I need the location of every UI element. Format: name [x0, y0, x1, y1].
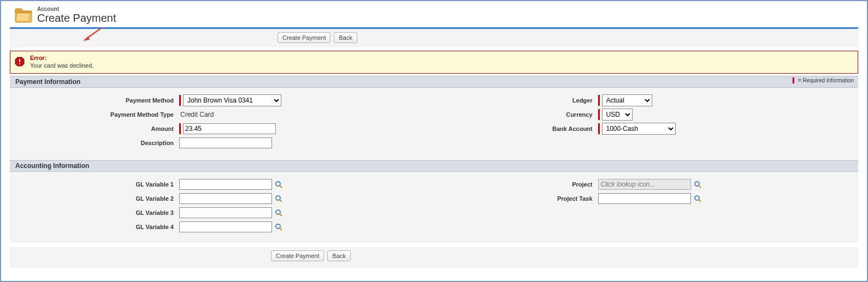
error-title: Error:: [30, 55, 93, 62]
row-ledger: Ledger Actual: [434, 94, 853, 106]
required-bar-icon: [598, 95, 600, 106]
error-text: Error: Your card was declined.: [30, 55, 93, 70]
gl-variable-3-input[interactable]: [179, 207, 272, 218]
label-description: Description: [15, 140, 179, 146]
row-payment-method: Payment Method John Brown Visa 0341: [15, 94, 434, 106]
svg-line-16: [699, 200, 701, 202]
row-gl2: GL Variable 2: [15, 193, 434, 205]
bottom-buttons: Create Payment Back: [271, 250, 351, 261]
section-title: Payment Information: [15, 78, 80, 86]
row-amount: Amount: [15, 123, 434, 135]
annotation-arrow-icon: [80, 27, 104, 44]
back-button[interactable]: Back: [334, 32, 357, 43]
breadcrumb: Account: [37, 6, 116, 12]
svg-point-11: [276, 224, 280, 229]
required-bar-icon: [179, 95, 181, 106]
gl-variable-1-input[interactable]: [179, 179, 272, 190]
error-message: Your card was declined.: [30, 62, 93, 70]
svg-line-10: [280, 214, 282, 216]
bottom-button-bar: Create Payment Back: [10, 247, 858, 268]
payment-method-select[interactable]: John Brown Visa 0341: [183, 94, 281, 106]
payment-method-type-value: Credit Card: [179, 111, 214, 118]
payment-right-col: Ledger Actual Currency USD: [434, 92, 853, 151]
section-header-accounting-info: Accounting Information: [10, 160, 858, 172]
label-gl1: GL Variable 1: [15, 181, 179, 188]
lookup-icon[interactable]: [274, 180, 283, 189]
svg-point-7: [276, 196, 280, 200]
amount-input[interactable]: [183, 123, 276, 134]
svg-line-14: [699, 185, 701, 188]
row-gl3: GL Variable 3: [15, 207, 434, 219]
top-buttons: Create Payment Back: [277, 32, 357, 43]
row-currency: Currency USD: [434, 109, 853, 121]
label-gl2: GL Variable 2: [15, 195, 179, 202]
svg-line-12: [280, 228, 282, 230]
description-input[interactable]: [179, 137, 272, 148]
lookup-icon[interactable]: [274, 194, 283, 203]
required-bar-icon: [179, 123, 181, 134]
page-header: Account Create Payment: [1, 5, 867, 27]
label-gl4: GL Variable 4: [15, 224, 179, 230]
svg-marker-1: [83, 36, 90, 41]
svg-line-8: [280, 200, 282, 202]
back-button[interactable]: Back: [327, 250, 350, 261]
row-payment-method-type: Payment Method Type Credit Card: [15, 109, 434, 121]
required-bar-icon: [598, 123, 600, 134]
create-payment-button[interactable]: Create Payment: [271, 250, 324, 261]
svg-point-15: [695, 196, 699, 200]
required-legend: = Required Information: [793, 77, 854, 84]
label-ledger: Ledger: [434, 97, 598, 104]
row-gl1: GL Variable 1: [15, 178, 434, 190]
header-text: Account Create Payment: [37, 6, 116, 24]
label-payment-method-type: Payment Method Type: [15, 111, 179, 118]
label-payment-method: Payment Method: [15, 97, 179, 104]
row-project: Project Click lookup icon...: [434, 178, 853, 190]
label-project: Project: [434, 181, 598, 188]
row-bank-account: Bank Account 1000-Cash: [434, 123, 853, 135]
accounting-info-section: GL Variable 1 GL Variable 2: [10, 172, 858, 243]
payment-info-section: Payment Method John Brown Visa 0341 Paym…: [10, 88, 858, 159]
required-bar-icon: [598, 109, 600, 120]
top-button-bar: Create Payment Back: [10, 29, 858, 47]
label-project-task: Project Task: [434, 195, 598, 202]
label-currency: Currency: [434, 111, 598, 118]
create-payment-button[interactable]: Create Payment: [277, 32, 330, 43]
svg-line-6: [280, 185, 282, 188]
required-bar-icon: [793, 77, 794, 83]
row-project-task: Project Task: [434, 193, 853, 205]
row-gl4: GL Variable 4: [15, 221, 434, 233]
gl-variable-4-input[interactable]: [179, 221, 272, 232]
app-window: Account Create Payment Create Payment Ba…: [0, 0, 868, 282]
project-placeholder-text: Click lookup icon...: [601, 181, 656, 188]
error-icon: [15, 57, 25, 68]
page-title: Create Payment: [37, 12, 116, 24]
svg-point-13: [695, 182, 699, 186]
project-task-input[interactable]: [598, 193, 691, 204]
folder-icon: [14, 5, 33, 24]
project-lookup-field[interactable]: Click lookup icon...: [598, 179, 691, 190]
payment-left-col: Payment Method John Brown Visa 0341 Paym…: [15, 92, 434, 151]
label-amount: Amount: [15, 125, 179, 132]
svg-point-5: [276, 182, 280, 186]
accounting-right-col: Project Click lookup icon... Project Tas…: [434, 176, 853, 235]
lookup-icon[interactable]: [274, 208, 283, 217]
lookup-icon[interactable]: [693, 194, 702, 203]
ledger-select[interactable]: Actual: [602, 94, 652, 106]
error-banner: Error: Your card was declined.: [10, 51, 858, 74]
required-legend-text: = Required Information: [798, 77, 854, 83]
label-gl3: GL Variable 3: [15, 209, 179, 216]
section-header-payment-info: Payment Information = Required Informati…: [10, 76, 858, 88]
gl-variable-2-input[interactable]: [179, 193, 272, 204]
svg-rect-4: [19, 63, 20, 64]
section-title: Accounting Information: [15, 162, 89, 170]
currency-select[interactable]: USD: [602, 109, 633, 121]
svg-rect-3: [19, 59, 20, 62]
svg-point-9: [276, 210, 280, 214]
bank-account-select[interactable]: 1000-Cash: [602, 123, 676, 135]
lookup-icon[interactable]: [693, 180, 702, 189]
accounting-left-col: GL Variable 1 GL Variable 2: [15, 176, 434, 235]
label-bank-account: Bank Account: [434, 125, 598, 132]
lookup-icon[interactable]: [274, 223, 283, 231]
row-description: Description: [15, 137, 434, 149]
